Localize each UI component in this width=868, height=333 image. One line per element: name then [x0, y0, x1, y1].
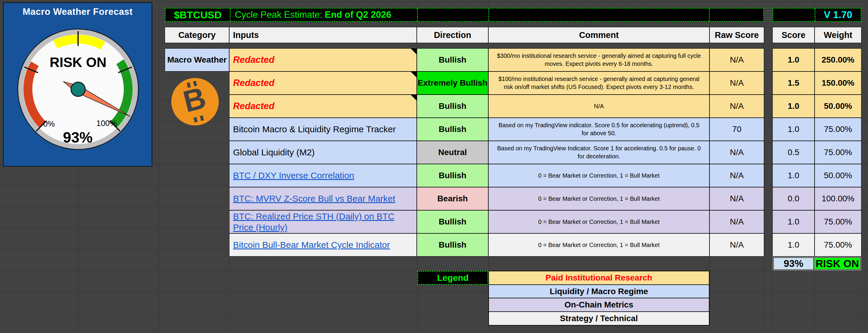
input-cell[interactable]: Redacted	[229, 95, 417, 118]
raw-score-cell[interactable]: N/A	[710, 187, 764, 210]
version-label: V 1.70	[824, 9, 852, 21]
weight-cell[interactable]: 100.00%	[814, 187, 862, 210]
ticker-cell[interactable]: $BTCUSD	[166, 9, 230, 21]
version-cell[interactable]: V 1.70	[814, 9, 861, 21]
raw-score-cell[interactable]: N/A	[710, 233, 764, 257]
legend-item[interactable]: On-Chain Metrics	[488, 298, 710, 312]
input-link[interactable]: BTC: MVRV Z-Score Bull vs Bear Market	[233, 193, 395, 204]
raw-score-cell[interactable]: N/A	[710, 95, 764, 118]
weight-cell[interactable]: 75.00%	[814, 118, 862, 141]
banner-empty-cell[interactable]	[709, 9, 763, 21]
comment-cell[interactable]: 0 = Bear Market or Correction, 1 = Bull …	[488, 187, 710, 210]
column-header-score[interactable]: Score	[772, 27, 814, 43]
table-row: Global Liquidity (M2)NeutralBased on my …	[165, 141, 862, 164]
comment-cell[interactable]: 0 = Bear Market or Correction, 1 = Bull …	[488, 164, 710, 187]
input-cell[interactable]: BTC: Realized Price STH (Daily) on BTC P…	[229, 210, 417, 233]
comment-cell[interactable]: 0 = Bear Market or Correction, 1 = Bull …	[488, 233, 710, 257]
input-cell[interactable]: Redacted	[229, 48, 417, 71]
direction-cell[interactable]: Bullish	[417, 233, 488, 257]
column-header-raw-score[interactable]: Raw Score	[710, 27, 764, 43]
score-cell[interactable]: 1.0	[772, 118, 814, 141]
legend-item[interactable]: Strategy / Technical	[488, 311, 710, 326]
cycle-peak-value: End of Q2 2026	[325, 9, 391, 20]
raw-score-cell[interactable]: N/A	[710, 71, 764, 95]
direction-cell[interactable]: Neutral	[417, 141, 488, 164]
input-cell[interactable]: Bitcoin Bull-Bear Market Cycle Indicator	[229, 233, 417, 257]
gridline	[862, 0, 862, 333]
comment-cell[interactable]: N/A	[488, 95, 710, 118]
input-cell[interactable]: Redacted	[229, 71, 417, 95]
column-header-inputs[interactable]: Inputs	[229, 27, 417, 43]
comment-cell[interactable]: $300/mo institutional research service -…	[488, 48, 710, 71]
total-score-cell[interactable]: 93%	[772, 257, 814, 271]
gauge-hub	[71, 82, 85, 96]
input-link[interactable]: Bitcoin Bull-Bear Market Cycle Indicator	[233, 239, 390, 251]
banner-empty-cell[interactable]	[488, 9, 709, 21]
direction-cell[interactable]: Extremely Bullish	[417, 71, 488, 95]
input-cell[interactable]: BTC: MVRV Z-Score Bull vs Bear Market	[229, 187, 417, 210]
input-link[interactable]: BTC / DXY Inverse Correlation	[233, 170, 354, 181]
score-cell[interactable]: 0.5	[772, 141, 814, 164]
score-cell[interactable]: 1.0	[772, 210, 814, 233]
raw-score-cell[interactable]: 70	[710, 118, 764, 141]
comment-cell[interactable]: Based on my TradingView Indicator. Score…	[488, 141, 710, 164]
comment-cell[interactable]: Based on my TradingView indicator. Score…	[488, 118, 710, 141]
column-header-category[interactable]: Category	[165, 27, 229, 43]
direction-cell[interactable]: Bullish	[417, 210, 488, 233]
score-cell[interactable]: 0.0	[772, 187, 814, 210]
column-header-weight[interactable]: Weight	[814, 27, 862, 43]
raw-score-cell[interactable]: N/A	[710, 48, 764, 71]
category-cell[interactable]: Macro Weather	[165, 48, 229, 71]
table-row: RedactedBullishN/AN/A1.050.00%	[165, 95, 862, 118]
weight-cell[interactable]: 75.00%	[814, 210, 862, 233]
input-cell[interactable]: Global Liquidity (M2)	[229, 141, 417, 164]
score-cell[interactable]: 1.0	[772, 95, 814, 118]
direction-cell[interactable]: Bullish	[417, 118, 488, 141]
input-label: Redacted	[233, 54, 275, 66]
direction-cell[interactable]: Bearish	[417, 187, 488, 210]
ticker-symbol: $BTCUSD	[174, 9, 222, 21]
table-row: Macro WeatherRedactedBullish$300/mo inst…	[165, 48, 862, 71]
cycle-peak-cell[interactable]: Cycle Peak Estimate: End of Q2 2026	[230, 9, 417, 21]
column-header-comment[interactable]: Comment	[488, 27, 710, 43]
banner-empty-cell[interactable]	[417, 9, 488, 21]
risk-status-cell[interactable]: RISK ON	[813, 257, 862, 271]
table-row: BTC: MVRV Z-Score Bull vs Bear MarketBea…	[165, 187, 862, 210]
gauge-min-label: 0%	[43, 120, 55, 128]
comment-cell[interactable]: $100/mo institutional research service -…	[488, 71, 710, 95]
column-header-direction[interactable]: Direction	[417, 27, 488, 43]
score-cell[interactable]: 1.0	[772, 48, 814, 71]
score-cell[interactable]: 1.0	[772, 164, 814, 187]
input-cell[interactable]: Bitcoin Macro & Liquidity Regime Tracker	[229, 118, 417, 141]
legend-items: Paid Institutional ResearchLiquidity / M…	[488, 271, 710, 326]
table-row: Bitcoin Bull-Bear Market Cycle Indicator…	[165, 233, 862, 257]
banner-empty-cell[interactable]	[773, 9, 814, 21]
input-label: Redacted	[233, 101, 275, 112]
input-link[interactable]: BTC: Realized Price STH (Daily) on BTC P…	[233, 211, 413, 233]
version-banner: V 1.70	[772, 8, 862, 22]
direction-cell[interactable]: Bullish	[417, 164, 488, 187]
weight-cell[interactable]: 75.00%	[814, 233, 862, 257]
ticker-banner: $BTCUSD Cycle Peak Estimate: End of Q2 2…	[165, 8, 764, 22]
weight-cell[interactable]: 150.00%	[814, 71, 862, 95]
legend-item[interactable]: Liquidity / Macro Regime	[488, 285, 710, 299]
input-cell[interactable]: BTC / DXY Inverse Correlation	[229, 164, 417, 187]
comment-cell[interactable]: 0 = Bear Market or Correction, 1 = Bull …	[488, 210, 710, 233]
raw-score-cell[interactable]: N/A	[710, 164, 764, 187]
table-row: RedactedExtremely Bullish$100/mo institu…	[165, 71, 862, 95]
table-header-row: CategoryInputsDirectionCommentRaw ScoreS…	[0, 27, 868, 43]
weight-cell[interactable]: 250.00%	[814, 48, 862, 71]
score-cell[interactable]: 1.5	[772, 71, 814, 95]
raw-score-cell[interactable]: N/A	[710, 141, 764, 164]
legend-label-cell[interactable]: Legend	[417, 271, 488, 285]
raw-score-cell[interactable]: N/A	[710, 210, 764, 233]
direction-cell[interactable]: Bullish	[417, 48, 488, 71]
weight-cell[interactable]: 50.00%	[814, 164, 862, 187]
legend-item[interactable]: Paid Institutional Research	[488, 271, 710, 285]
weight-cell[interactable]: 50.00%	[814, 95, 862, 118]
direction-cell[interactable]: Bullish	[417, 95, 488, 118]
gauge-value-label: 93%	[63, 129, 93, 146]
weight-cell[interactable]: 75.00%	[814, 141, 862, 164]
score-cell[interactable]: 1.0	[772, 233, 814, 257]
risk-gauge: RISK ON 0% 100% 93%	[16, 27, 141, 152]
